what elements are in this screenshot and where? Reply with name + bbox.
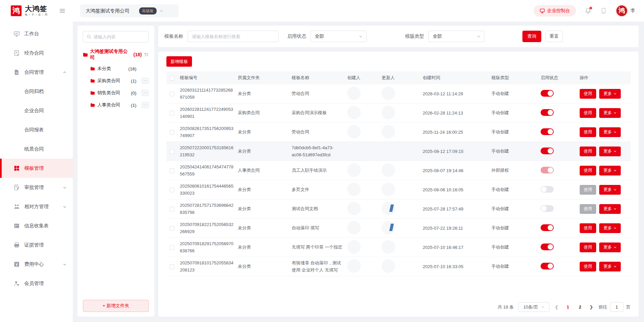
sidebar-item-paper-contracts[interactable]: 纸质合同 bbox=[0, 139, 73, 159]
use-button[interactable]: 使用 bbox=[580, 127, 596, 137]
page-size-select[interactable]: 10条/页 bbox=[518, 302, 549, 312]
row-checkbox[interactable] bbox=[170, 264, 174, 269]
folder-menu-icon[interactable]: ··· bbox=[141, 102, 149, 108]
enable-toggle[interactable] bbox=[541, 244, 554, 250]
evidence-icon bbox=[13, 242, 20, 248]
more-button[interactable]: 更多 bbox=[599, 108, 621, 118]
row-checkbox[interactable] bbox=[170, 226, 174, 231]
more-button[interactable]: 更多 bbox=[599, 185, 621, 195]
sidebar-item-approval-management[interactable]: 审批管理 bbox=[0, 178, 73, 197]
more-button[interactable]: 更多 bbox=[599, 166, 621, 175]
use-button[interactable]: 使用 bbox=[580, 185, 596, 195]
use-button[interactable]: 使用 bbox=[580, 89, 596, 99]
row-checkbox[interactable] bbox=[170, 245, 174, 250]
use-button[interactable]: 使用 bbox=[580, 243, 596, 252]
template-icon bbox=[13, 165, 20, 171]
more-button[interactable]: 更多 bbox=[599, 89, 621, 99]
table-row: 2025080610161754446565330023 未分类 多页文件 20… bbox=[166, 180, 631, 199]
enable-toggle[interactable] bbox=[541, 148, 554, 154]
sidebar-item-member-management[interactable]: 会员管理 bbox=[0, 274, 73, 293]
user-menu[interactable]: 鸿 李 bbox=[616, 5, 635, 17]
row-checkbox[interactable] bbox=[170, 207, 174, 212]
add-template-button[interactable]: 新增模板 bbox=[166, 56, 192, 67]
enable-toggle[interactable] bbox=[541, 167, 554, 173]
enable-toggle[interactable] bbox=[541, 205, 554, 212]
sidebar-item-contract-archive[interactable]: 合同归档 bbox=[0, 82, 73, 101]
sidebar-item-enterprise-contracts[interactable]: 企业合同 bbox=[0, 101, 73, 120]
row-checkbox[interactable] bbox=[170, 149, 174, 154]
sidebar-item-info-collection-forms[interactable]: 信息收集表 bbox=[0, 216, 73, 235]
sidebar-item-template-management[interactable]: 模板管理 bbox=[0, 159, 73, 178]
reset-button[interactable]: 重置 bbox=[545, 31, 563, 42]
folder-menu-icon[interactable]: ··· bbox=[141, 78, 149, 84]
sidebar-item-handled-contracts[interactable]: 经办合同 bbox=[0, 43, 73, 63]
use-button[interactable]: 使用 bbox=[580, 223, 596, 233]
sidebar-item-billing-center[interactable]: 费用中心 bbox=[0, 255, 73, 274]
select-all-checkbox[interactable] bbox=[170, 76, 174, 80]
enterprise-console-button[interactable]: 企业控制台 bbox=[534, 5, 576, 17]
company-selector[interactable]: 大鸿签测试专用公司 高级版 bbox=[80, 4, 179, 17]
table-header: 模板编号 所属文件夹 模板名称 创建人 更新人 创建时间 模版类型 启用状态 操… bbox=[166, 71, 631, 84]
more-button[interactable]: 更多 bbox=[599, 262, 621, 271]
sidebar-item-evidence-management[interactable]: 证据管理 bbox=[0, 235, 73, 255]
enable-toggle[interactable] bbox=[541, 109, 554, 116]
sidebar-item-counterparty-management[interactable]: 相对方管理 bbox=[0, 197, 73, 216]
tree-search-input[interactable] bbox=[94, 34, 145, 39]
tree-folder-item[interactable]: 人事类合同 (1) ··· bbox=[83, 99, 149, 111]
sort-list-icon[interactable] bbox=[144, 52, 149, 57]
goto-suffix: 页 bbox=[626, 304, 631, 310]
row-checkbox[interactable] bbox=[170, 130, 174, 135]
enable-toggle[interactable] bbox=[541, 186, 554, 193]
column-header: 模板名称 bbox=[292, 74, 347, 81]
search-button[interactable]: 查询 bbox=[522, 31, 541, 42]
notification-dot bbox=[589, 7, 592, 9]
more-button[interactable]: 更多 bbox=[599, 147, 621, 156]
template-type-select[interactable]: 全部 bbox=[428, 31, 484, 42]
enable-toggle[interactable] bbox=[541, 224, 554, 231]
enable-toggle[interactable] bbox=[541, 90, 554, 97]
use-button[interactable]: 使用 bbox=[580, 147, 596, 156]
chevron-up-icon bbox=[63, 70, 67, 74]
more-button[interactable]: 更多 bbox=[599, 204, 621, 214]
template-id: 2025072220001753185616219532 bbox=[180, 144, 238, 159]
use-button[interactable]: 使用 bbox=[580, 204, 596, 214]
prev-page-icon[interactable]: ❮ bbox=[554, 304, 559, 310]
row-checkbox[interactable] bbox=[170, 92, 174, 96]
enable-toggle[interactable] bbox=[541, 263, 554, 269]
table-row: 2025042414061745474778567559 人事类合同 员工入职手… bbox=[166, 161, 631, 180]
add-folder-button[interactable]: + 新增文件夹 bbox=[83, 300, 149, 312]
next-page-icon[interactable]: ❯ bbox=[589, 304, 594, 310]
use-button[interactable]: 使用 bbox=[580, 166, 596, 175]
row-checkbox[interactable] bbox=[170, 168, 174, 173]
folder-menu-icon[interactable]: ··· bbox=[141, 90, 149, 96]
row-checkbox[interactable] bbox=[170, 188, 174, 192]
sidebar-item-contract-reports[interactable]: 合同报表 bbox=[0, 120, 73, 139]
more-button[interactable]: 更多 bbox=[599, 127, 621, 137]
enable-toggle[interactable] bbox=[541, 128, 554, 135]
sidebar-item-label: 证据管理 bbox=[24, 242, 44, 248]
use-button[interactable]: 使用 bbox=[580, 262, 596, 271]
goto-page-input[interactable] bbox=[610, 302, 623, 312]
row-checkbox[interactable] bbox=[170, 111, 174, 116]
more-button[interactable]: 更多 bbox=[599, 243, 621, 252]
notifications-bell-icon[interactable] bbox=[585, 7, 591, 14]
sidebar-item-workbench[interactable]: 工作台 bbox=[0, 24, 73, 43]
template-name-input[interactable] bbox=[188, 31, 279, 42]
creator-avatar bbox=[347, 240, 361, 254]
tree-folder-item[interactable]: 采购类合同 (1) ··· bbox=[83, 75, 149, 87]
tree-folder-item[interactable]: 未分类 (16) ··· bbox=[83, 63, 149, 75]
page-number-1[interactable]: 1 bbox=[564, 304, 572, 310]
mobile-device-icon[interactable] bbox=[600, 7, 607, 14]
sidebar-item-contract-management[interactable]: 合同管理 bbox=[0, 63, 73, 82]
sidebar-item-label: 相对方管理 bbox=[24, 203, 49, 210]
tree-root-node[interactable]: 大鸿签测试专用公司 (18) bbox=[83, 49, 149, 61]
column-header: 操作 bbox=[580, 75, 631, 81]
collapse-menu-icon[interactable] bbox=[59, 8, 65, 14]
tree-folder-item[interactable]: 销售类合同 (0) ··· bbox=[83, 87, 149, 99]
chevron-down-icon bbox=[359, 34, 363, 38]
more-button[interactable]: 更多 bbox=[599, 223, 621, 233]
use-button[interactable]: 使用 bbox=[580, 108, 596, 118]
enable-status-select[interactable]: 全部 bbox=[311, 31, 366, 42]
template-name: 员工入职手续演示 bbox=[292, 167, 347, 174]
page-number-2[interactable]: 2 bbox=[576, 304, 584, 310]
